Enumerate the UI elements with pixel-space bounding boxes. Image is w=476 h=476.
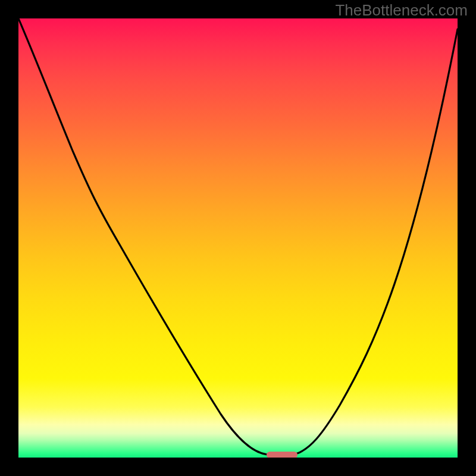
chart-frame: TheBottleneck.com (0, 0, 476, 476)
curve-layer (18, 18, 458, 458)
watermark-text: TheBottleneck.com (335, 1, 468, 20)
plot-area (18, 18, 458, 458)
optimal-range-bar (267, 452, 298, 458)
bottleneck-curve-path (18, 18, 458, 455)
